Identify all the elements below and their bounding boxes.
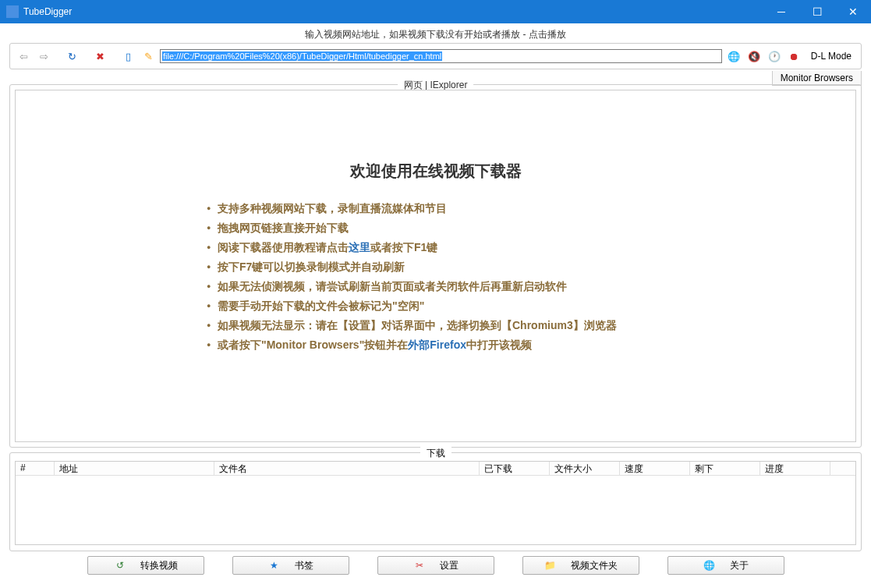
list-item: 如果视频无法显示：请在【设置】对话界面中，选择切换到【Chromium3】浏览器 — [207, 316, 848, 335]
web-panel: 网页 | IExplorer 欢迎使用在线视频下载器 支持多种视频网站下载，录制… — [9, 84, 862, 448]
convert-video-button[interactable]: ↺ 转换视频 — [87, 556, 204, 575]
forward-button[interactable]: ⇨ — [35, 48, 52, 64]
tutorial-link[interactable]: 这里 — [349, 241, 370, 253]
col-progress[interactable]: 进度 — [760, 462, 830, 475]
record-icon[interactable]: ⏺ — [786, 48, 803, 64]
url-text: file:///C:/Program%20Files%20(x86)/TubeD… — [162, 51, 442, 61]
firefox-link[interactable]: 外部Firefox — [408, 338, 466, 351]
settings-button[interactable]: ✂ 设置 — [377, 556, 494, 575]
instruction-text: 输入视频网站地址，如果视频下载没有开始或者播放 - 点击播放 — [9, 28, 862, 41]
folder-icon: 📁 — [544, 559, 557, 572]
refresh-button[interactable]: ↻ — [63, 48, 80, 64]
maximize-button[interactable]: ☐ — [799, 0, 835, 23]
tools-icon: ✂ — [413, 559, 426, 572]
document-icon[interactable]: ▯ — [119, 48, 136, 64]
globe-icon: 🌐 — [703, 559, 716, 572]
minimize-button[interactable]: ─ — [763, 0, 799, 23]
sound-icon[interactable]: 🔇 — [745, 48, 763, 64]
list-item: 需要手动开始下载的文件会被标记为"空闲" — [207, 296, 848, 316]
col-empty — [830, 462, 855, 475]
col-filename[interactable]: 文件名 — [214, 462, 480, 475]
download-panel: 下载 # 地址 文件名 已下载 文件大小 速度 剩下 进度 — [9, 452, 862, 551]
bottom-toolbar: ↺ 转换视频 ★ 书签 ✂ 设置 📁 视频文件夹 🌐 关于 — [9, 556, 862, 575]
list-item: 支持多种视频网站下载，录制直播流媒体和节目 — [207, 199, 848, 218]
list-item: 阅读下载器使用教程请点击这里或者按下F1键 — [207, 238, 848, 257]
window-title: TubeDigger — [23, 6, 763, 17]
welcome-heading: 欢迎使用在线视频下载器 — [23, 161, 848, 182]
col-num[interactable]: # — [16, 462, 55, 475]
col-filesize[interactable]: 文件大小 — [550, 462, 620, 475]
download-legend: 下载 — [420, 447, 451, 460]
col-speed[interactable]: 速度 — [620, 462, 690, 475]
toolbar: ⇦ ⇨ ↻ ✖ ▯ ✎ file:///C:/Program%20Files%2… — [9, 43, 862, 69]
table-header: # 地址 文件名 已下载 文件大小 速度 剩下 进度 — [16, 462, 855, 476]
clock-icon[interactable]: 🕐 — [766, 48, 783, 64]
list-item: 如果无法侦测视频，请尝试刷新当前页面或者关闭软件后再重新启动软件 — [207, 277, 848, 296]
stop-button[interactable]: ✖ — [91, 48, 108, 64]
list-item: 或者按下"Monitor Browsers"按钮并在外部Firefox中打开该视… — [207, 335, 848, 355]
list-item: 按下F7键可以切换录制模式并自动刷新 — [207, 257, 848, 277]
table-body[interactable] — [16, 476, 855, 543]
dl-mode-button[interactable]: D-L Mode — [806, 51, 856, 62]
col-remaining[interactable]: 剩下 — [690, 462, 760, 475]
app-icon — [6, 5, 19, 18]
bookmark-button[interactable]: ★ 书签 — [232, 556, 349, 575]
download-table: # 地址 文件名 已下载 文件大小 速度 剩下 进度 — [15, 461, 856, 545]
convert-icon: ↺ — [114, 559, 126, 572]
back-button[interactable]: ⇦ — [15, 48, 32, 64]
globe-icon[interactable]: 🌐 — [725, 48, 742, 64]
star-icon: ★ — [268, 559, 281, 572]
close-button[interactable]: ✕ — [835, 0, 871, 23]
webview: 欢迎使用在线视频下载器 支持多种视频网站下载，录制直播流媒体和节目 拖拽网页链接… — [15, 90, 856, 442]
col-url[interactable]: 地址 — [55, 462, 214, 475]
edit-icon[interactable]: ✎ — [140, 48, 157, 64]
titlebar: TubeDigger ─ ☐ ✕ — [0, 0, 871, 23]
video-folder-button[interactable]: 📁 视频文件夹 — [522, 556, 639, 575]
feature-list: 支持多种视频网站下载，录制直播流媒体和节目 拖拽网页链接直接开始下载 阅读下载器… — [207, 199, 848, 355]
window-controls: ─ ☐ ✕ — [763, 0, 871, 23]
list-item: 拖拽网页链接直接开始下载 — [207, 218, 848, 238]
col-downloaded[interactable]: 已下载 — [480, 462, 550, 475]
about-button[interactable]: 🌐 关于 — [667, 556, 784, 575]
url-input[interactable]: file:///C:/Program%20Files%20(x86)/TubeD… — [160, 49, 722, 63]
